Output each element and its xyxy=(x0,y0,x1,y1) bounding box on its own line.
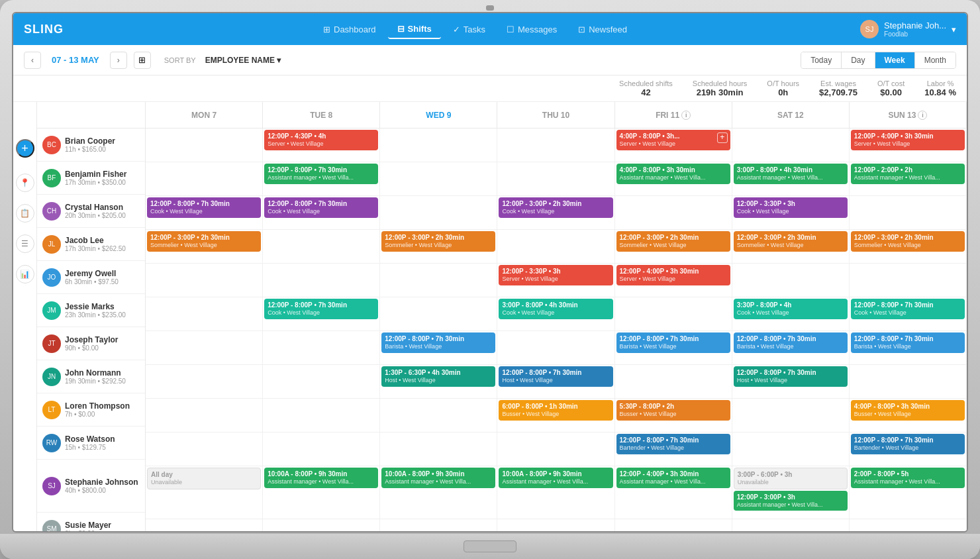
nav-newsfeed[interactable]: ⊡ Newsfeed xyxy=(569,20,636,39)
shift-block[interactable]: 10:00A - 8:00P • 9h 30minAssistant manag… xyxy=(499,468,612,488)
grid-cell[interactable]: 10:00A - 8:00P • 9h 30minAssistant manag… xyxy=(263,466,380,519)
shift-block[interactable]: 12:00P - 8:00P • 7h 30minBarista • West … xyxy=(381,332,495,353)
grid-cell[interactable]: 12:00P - 8:00P • 7h 30minCook • West Vil… xyxy=(146,196,263,229)
day-header-1[interactable]: TUE 8 xyxy=(263,102,380,128)
month-view-button[interactable]: Month xyxy=(915,52,956,68)
grid-cell[interactable] xyxy=(263,365,380,398)
shift-block[interactable]: 12:00P - 8:00P • 7h 30minCook • West Vil… xyxy=(264,299,378,319)
grid-cell[interactable] xyxy=(615,519,732,531)
shift-block[interactable]: 4:00P - 8:00P • 3h 30minBusser • West Vi… xyxy=(851,400,965,421)
grid-cell[interactable]: 12:00P - 8:00P • 7h 30minBartender • Wes… xyxy=(615,432,732,466)
grid-cell[interactable]: 6:00P - 8:00P • 1h 30minBusser • West Vi… xyxy=(497,399,614,432)
shift-block[interactable]: 12:00P - 3:00P • 2h 30minSommelier • Wes… xyxy=(851,231,965,252)
grid-cell[interactable]: 12:00P - 8:00P • 7h 30minBarista • West … xyxy=(380,331,497,364)
shift-block[interactable]: 12:00P - 4:00P • 3h 30minAssistant manag… xyxy=(616,468,730,488)
grid-cell[interactable]: 12:00P - 4:30P • 4hServer • West Village xyxy=(263,128,380,162)
nav-tasks[interactable]: ✓ Tasks xyxy=(444,20,495,39)
shift-block[interactable]: 12:00P - 4:00P • 3h 30minServer • West V… xyxy=(851,130,965,150)
shift-block[interactable]: 12:00P - 3:00P • 2h 30minSommelier • Wes… xyxy=(381,231,495,252)
today-view-button[interactable]: Today xyxy=(801,52,842,68)
day-header-5[interactable]: SAT 12 xyxy=(732,102,850,128)
grid-cell[interactable] xyxy=(732,264,850,297)
grid-cell[interactable] xyxy=(732,399,850,432)
info-icon[interactable]: i xyxy=(918,111,927,120)
shift-block[interactable]: 12:00P - 3:00P • 2h 30minSommelier • Wes… xyxy=(616,231,730,252)
grid-cell[interactable] xyxy=(380,297,497,330)
grid-cell[interactable]: 12:00P - 8:00P • 7h 30minBarista • West … xyxy=(850,331,967,364)
grid-cell[interactable]: 3:00P - 8:00P • 4h 30minAssistant manage… xyxy=(732,162,850,195)
grid-cell[interactable] xyxy=(732,519,850,531)
grid-cell[interactable] xyxy=(263,399,380,432)
grid-cell[interactable] xyxy=(263,432,380,466)
shift-block[interactable]: 5:30P - 8:00P • 2hBusser • West Village xyxy=(616,400,730,421)
grid-cell[interactable]: 3:00P - 6:00P • 3hUnavailable12:00P - 3:… xyxy=(732,466,850,519)
grid-cell[interactable] xyxy=(497,432,614,466)
shift-block[interactable]: 12:00P - 3:30P • 3hServer • West Village xyxy=(499,265,612,285)
grid-cell[interactable]: 12:00P - 8:00P • 7h 30minHost • West Vil… xyxy=(732,365,850,398)
shift-block[interactable]: 12:00P - 8:00P • 7h 30minBarista • West … xyxy=(851,332,965,353)
grid-cell[interactable] xyxy=(615,297,732,330)
shift-block[interactable]: 4:00P - 8:00P • 3h...Server • West Villa… xyxy=(616,130,730,150)
grid-cell[interactable] xyxy=(263,264,380,297)
shift-block[interactable]: 3:30P - 8:00P • 4hCook • West Village xyxy=(734,299,848,319)
add-shift-icon[interactable]: + xyxy=(717,132,728,143)
shift-block[interactable]: 6:00P - 8:00P • 1h 30minBusser • West Vi… xyxy=(499,400,612,421)
grid-cell[interactable]: 12:00P - 2:00P • 2hAssistant manager • W… xyxy=(850,162,967,195)
grid-cell[interactable]: 12:00P - 3:30P • 3hCook • West Village xyxy=(732,196,850,229)
grid-cell[interactable] xyxy=(497,230,614,263)
sort-select[interactable]: EMPLOYEE NAME ▾ xyxy=(205,56,281,65)
grid-cell[interactable] xyxy=(146,264,263,297)
grid-cell[interactable] xyxy=(380,162,497,195)
grid-cell[interactable]: 10:00A - 8:00P • 9h 30minAssistant manag… xyxy=(380,466,497,519)
grid-cell[interactable] xyxy=(146,331,263,364)
grid-cell[interactable] xyxy=(146,519,263,531)
shift-block[interactable]: 3:00P - 6:00P • 3hUnavailable xyxy=(734,468,848,489)
grid-cell[interactable]: 12:00P - 4:00P • 3h 30minAssistant manag… xyxy=(615,466,732,519)
grid-cell[interactable]: 4:00P - 8:00P • 3h...Server • West Villa… xyxy=(615,128,732,162)
grid-cell[interactable] xyxy=(380,128,497,162)
grid-cell[interactable]: 3:30P - 8:00P • 4hCook • West Village xyxy=(732,297,850,330)
shift-block[interactable]: 12:00P - 4:00P • 3h 30minServer • West V… xyxy=(616,265,730,285)
grid-cell[interactable]: 12:00P - 4:00P • 3h 30minServer • West V… xyxy=(615,264,732,297)
grid-cell[interactable] xyxy=(263,519,380,531)
shift-block[interactable]: 10:00A - 8:00P • 9h 30minAssistant manag… xyxy=(264,468,378,488)
location-icon-button[interactable]: 📍 xyxy=(16,174,34,192)
shift-block[interactable]: 12:00P - 8:00P • 7h 30minBarista • West … xyxy=(734,332,848,353)
grid-cell[interactable] xyxy=(850,365,967,398)
grid-cell[interactable]: 12:00P - 3:00P • 2h 30minSommelier • Wes… xyxy=(850,230,967,263)
grid-cell[interactable] xyxy=(732,432,850,466)
grid-cell[interactable] xyxy=(380,519,497,531)
grid-cell[interactable] xyxy=(497,162,614,195)
grid-view-button[interactable]: ⊞ xyxy=(134,52,151,69)
next-week-button[interactable]: › xyxy=(110,52,127,69)
shift-block[interactable]: 12:00P - 3:30P • 3hCook • West Village xyxy=(734,197,848,218)
shift-block[interactable]: 12:00P - 3:00P • 3hAssistant manager • W… xyxy=(734,491,848,511)
shift-block[interactable]: 12:00P - 4:30P • 4hServer • West Village xyxy=(264,130,378,150)
shift-block[interactable]: 4:00P - 8:00P • 3h 30minAssistant manage… xyxy=(616,164,730,184)
shift-block[interactable]: 3:00P - 8:00P • 4h 30minAssistant manage… xyxy=(734,164,848,184)
day-header-6[interactable]: SUN 13i xyxy=(850,102,967,128)
day-view-button[interactable]: Day xyxy=(842,52,875,68)
grid-cell[interactable]: 12:00P - 3:00P • 2h 30minSommelier • Wes… xyxy=(615,230,732,263)
shift-block[interactable]: 12:00P - 3:00P • 2h 30minCook • West Vil… xyxy=(499,197,612,218)
grid-cell[interactable] xyxy=(615,365,732,398)
prev-week-button[interactable]: ‹ xyxy=(24,52,41,69)
grid-cell[interactable]: 2:00P - 8:00P • 5hAssistant manager • We… xyxy=(850,466,967,519)
grid-cell[interactable]: 12:00P - 3:00P • 2h 30minSommelier • Wes… xyxy=(732,230,850,263)
shift-block[interactable]: 12:00P - 3:00P • 2h 30minSommelier • Wes… xyxy=(147,231,261,252)
add-shift-button[interactable]: + xyxy=(16,139,34,158)
nav-shifts[interactable]: ⊟ Shifts xyxy=(388,20,441,39)
grid-cell[interactable] xyxy=(146,297,263,330)
grid-cell[interactable] xyxy=(497,519,614,531)
week-view-button[interactable]: Week xyxy=(875,52,915,68)
grid-cell[interactable] xyxy=(380,264,497,297)
shift-block[interactable]: 12:00P - 8:00P • 7h 30minAssistant manag… xyxy=(264,164,378,184)
grid-cell[interactable]: 12:00P - 8:00P • 7h 30minBarista • West … xyxy=(615,331,732,364)
grid-cell[interactable]: 1:30P - 6:30P • 4h 30minHost • West Vill… xyxy=(380,365,497,398)
grid-cell[interactable] xyxy=(146,162,263,195)
grid-cell[interactable]: 12:00P - 8:00P • 7h 30minHost • West Vil… xyxy=(497,365,614,398)
day-header-3[interactable]: THU 10 xyxy=(497,102,614,128)
shift-block[interactable]: 12:00P - 8:00P • 7h 30minBarista • West … xyxy=(616,332,730,353)
grid-cell[interactable]: 12:00P - 3:30P • 3hServer • West Village xyxy=(497,264,614,297)
grid-cell[interactable] xyxy=(380,196,497,229)
